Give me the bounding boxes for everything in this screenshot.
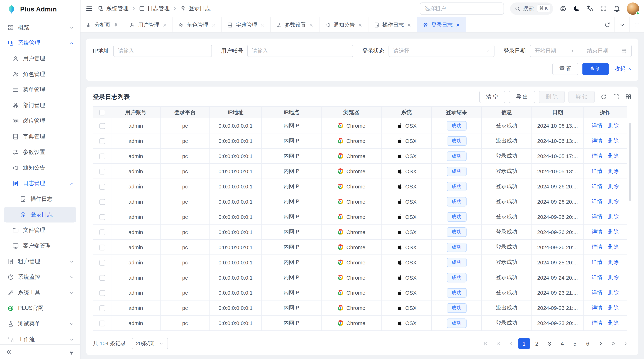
row-checkbox-cell[interactable] xyxy=(93,224,111,240)
delete-link[interactable]: 删除 xyxy=(608,198,619,204)
detail-link[interactable]: 详情 xyxy=(592,153,602,159)
tenant-select[interactable]: 选择租户 xyxy=(420,2,504,15)
sidebar-item-workflow[interactable]: 工作流 xyxy=(0,332,80,344)
sidebar-item-file-management[interactable]: 文件管理 xyxy=(0,222,80,238)
page-6-button[interactable]: 6 xyxy=(582,338,593,349)
avatar[interactable] xyxy=(627,2,639,15)
content-fullscreen-button[interactable] xyxy=(629,17,644,32)
sidebar-item-login-log[interactable]: 登录日志 xyxy=(4,207,76,222)
sidebar-item-overview[interactable]: 概览 xyxy=(0,20,80,35)
sidebar-item-operation-log[interactable]: 操作日志 xyxy=(0,191,80,207)
close-tab-icon[interactable] xyxy=(162,22,167,27)
row-checkbox-cell[interactable] xyxy=(93,118,111,133)
pin-sidebar-button[interactable] xyxy=(68,349,74,355)
page-2-button[interactable]: 2 xyxy=(531,338,542,349)
close-tab-icon[interactable] xyxy=(309,22,314,27)
delete-link[interactable]: 删除 xyxy=(608,137,619,144)
tab-param-settings[interactable]: 参数设置 xyxy=(271,17,320,32)
row-checkbox[interactable] xyxy=(99,260,105,266)
row-checkbox[interactable] xyxy=(99,153,105,159)
delete-link[interactable]: 删除 xyxy=(608,122,619,128)
tab-user-management[interactable]: 用户管理 xyxy=(124,17,173,32)
sidebar-item-client-management[interactable]: 客户端管理 xyxy=(0,238,80,254)
last-page-button[interactable] xyxy=(620,338,632,349)
table-fullscreen-icon[interactable] xyxy=(613,93,619,100)
row-checkbox[interactable] xyxy=(99,275,105,281)
row-checkbox-cell[interactable] xyxy=(93,194,111,209)
account-input[interactable]: 请输入 xyxy=(247,45,353,57)
select-all-checkbox[interactable] xyxy=(93,107,111,118)
jump-forward-button[interactable] xyxy=(608,338,619,349)
first-page-button[interactable] xyxy=(480,338,492,349)
date-range-picker[interactable]: 开始日期 结束日期 xyxy=(530,45,632,57)
page-size-select[interactable]: 20条/页 xyxy=(132,338,168,349)
row-checkbox-cell[interactable] xyxy=(93,240,111,255)
detail-link[interactable]: 详情 xyxy=(592,213,602,220)
global-search[interactable]: 搜索 ⌘ K xyxy=(510,2,553,15)
tab-notice[interactable]: 通知公告 xyxy=(320,17,368,32)
row-checkbox[interactable] xyxy=(99,229,105,235)
jump-back-button[interactable] xyxy=(493,338,504,349)
sidebar-item-role-management[interactable]: 角色管理 xyxy=(0,66,80,82)
delete-link[interactable]: 删除 xyxy=(608,274,619,280)
table-scrollbar-thumb[interactable] xyxy=(629,123,631,201)
translate-icon[interactable] xyxy=(586,5,594,12)
row-checkbox[interactable] xyxy=(99,169,105,174)
page-3-button[interactable]: 3 xyxy=(544,338,555,349)
detail-link[interactable]: 详情 xyxy=(592,122,602,128)
detail-link[interactable]: 详情 xyxy=(592,137,602,144)
breadcrumb-item-log-management[interactable]: 日志管理 xyxy=(139,5,170,12)
detail-link[interactable]: 详情 xyxy=(592,229,602,235)
sidebar-item-system-monitor[interactable]: 系统监控 xyxy=(0,269,80,285)
sidebar-item-plus-site[interactable]: PLUS官网 xyxy=(0,301,80,316)
sidebar-item-tenant-management[interactable]: 租户管理 xyxy=(0,254,80,269)
row-checkbox[interactable] xyxy=(99,138,105,144)
collapse-filter-link[interactable]: 收起 xyxy=(614,65,632,73)
settings-gear-icon[interactable] xyxy=(560,5,567,12)
breadcrumb-item-login-log[interactable]: 登录日志 xyxy=(180,5,211,12)
next-page-button[interactable] xyxy=(595,338,606,349)
row-checkbox-cell[interactable] xyxy=(93,209,111,224)
refresh-table-icon[interactable] xyxy=(600,93,607,100)
close-tab-icon[interactable] xyxy=(260,22,265,27)
row-checkbox-cell[interactable] xyxy=(93,285,111,300)
collapse-sidebar-button[interactable] xyxy=(6,349,12,355)
row-checkbox[interactable] xyxy=(99,321,105,326)
sidebar-item-dict-management[interactable]: 字典管理 xyxy=(0,129,80,144)
row-checkbox-cell[interactable] xyxy=(93,179,111,194)
delete-link[interactable]: 删除 xyxy=(608,290,619,296)
detail-link[interactable]: 详情 xyxy=(592,198,602,204)
delete-button[interactable]: 删 除 xyxy=(539,91,565,103)
tab-operation-log[interactable]: 操作日志 xyxy=(368,17,417,32)
delete-link[interactable]: 删除 xyxy=(608,229,619,235)
page-4-button[interactable]: 4 xyxy=(556,338,568,349)
row-checkbox-cell[interactable] xyxy=(93,255,111,270)
reset-button[interactable]: 重 置 xyxy=(552,63,578,75)
hamburger-icon[interactable] xyxy=(86,5,93,12)
sidebar-item-user-management[interactable]: 用户管理 xyxy=(0,51,80,66)
tab-login-log[interactable]: 登录日志 xyxy=(417,17,466,32)
close-tab-icon[interactable] xyxy=(358,22,363,27)
export-button[interactable]: 导 出 xyxy=(509,91,535,103)
row-checkbox[interactable] xyxy=(99,245,105,250)
row-checkbox[interactable] xyxy=(99,199,105,205)
detail-link[interactable]: 详情 xyxy=(592,320,602,326)
sidebar-item-param-settings[interactable]: 参数设置 xyxy=(0,144,80,160)
row-checkbox-cell[interactable] xyxy=(93,164,111,179)
breadcrumb-item-system-management[interactable]: 系统管理 xyxy=(98,5,128,12)
sidebar-item-test-menu[interactable]: 测试菜单 xyxy=(0,316,80,332)
sidebar-item-log-management[interactable]: 日志管理 xyxy=(0,176,80,191)
delete-link[interactable]: 删除 xyxy=(608,153,619,159)
delete-link[interactable]: 删除 xyxy=(608,320,619,326)
delete-link[interactable]: 删除 xyxy=(608,259,619,265)
close-tab-icon[interactable] xyxy=(406,22,412,27)
query-button[interactable]: 查 询 xyxy=(582,63,608,75)
row-checkbox-cell[interactable] xyxy=(93,315,111,331)
ip-input[interactable]: 请输入 xyxy=(113,45,212,57)
refresh-page-button[interactable] xyxy=(600,17,614,32)
clear-button[interactable]: 清 空 xyxy=(479,91,505,103)
page-5-button[interactable]: 5 xyxy=(569,338,581,349)
sidebar-item-post-management[interactable]: 岗位管理 xyxy=(0,113,80,129)
sidebar-item-notice[interactable]: 通知公告 xyxy=(0,160,80,176)
detail-link[interactable]: 详情 xyxy=(592,244,602,250)
